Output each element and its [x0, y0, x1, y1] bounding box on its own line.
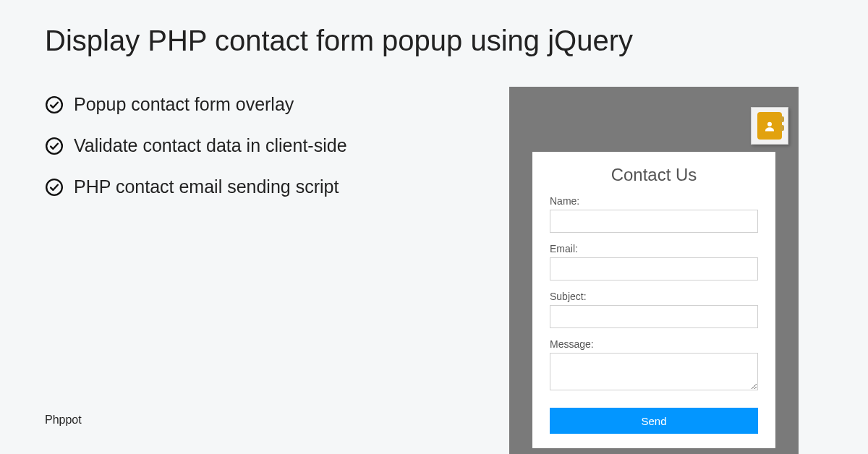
name-input[interactable]	[550, 210, 758, 233]
brand-label: Phppot	[45, 414, 82, 427]
message-label: Message:	[550, 338, 758, 350]
email-label: Email:	[550, 243, 758, 254]
subject-input[interactable]	[550, 305, 758, 328]
feature-item: Popup contact form overlay	[45, 94, 450, 115]
name-label: Name:	[550, 195, 758, 207]
name-field-group: Name:	[550, 195, 758, 233]
preview-pane: Contact Us Name: Email: Subject: Message…	[509, 87, 799, 454]
svg-point-3	[767, 122, 772, 127]
send-button[interactable]: Send	[550, 408, 758, 434]
subject-field-group: Subject:	[550, 291, 758, 328]
check-circle-icon	[45, 95, 64, 114]
address-book-icon	[757, 112, 782, 140]
feature-text: Validate contact data in client-side	[74, 135, 347, 156]
contact-form-card: Contact Us Name: Email: Subject: Message…	[532, 152, 775, 448]
form-heading: Contact Us	[550, 165, 758, 185]
svg-point-1	[46, 138, 62, 154]
page-title: Display PHP contact form popup using jQu…	[45, 25, 633, 57]
svg-point-0	[46, 97, 62, 113]
feature-item: Validate contact data in client-side	[45, 135, 450, 156]
email-input[interactable]	[550, 257, 758, 280]
check-circle-icon	[45, 178, 64, 197]
check-circle-icon	[45, 137, 64, 155]
feature-list: Popup contact form overlay Validate cont…	[45, 94, 450, 218]
feature-item: PHP contact email sending script	[45, 176, 450, 197]
feature-text: Popup contact form overlay	[74, 94, 294, 115]
svg-point-2	[46, 179, 62, 195]
email-field-group: Email:	[550, 243, 758, 280]
message-textarea[interactable]	[550, 353, 758, 390]
contact-popup-toggle-button[interactable]	[751, 107, 788, 145]
feature-text: PHP contact email sending script	[74, 176, 339, 197]
message-field-group: Message:	[550, 338, 758, 393]
subject-label: Subject:	[550, 291, 758, 302]
